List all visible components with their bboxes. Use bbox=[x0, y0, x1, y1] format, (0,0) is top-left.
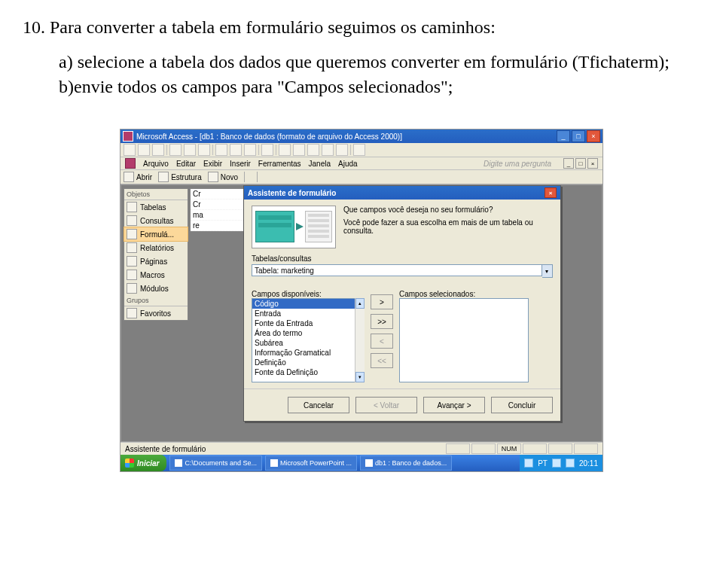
links-icon[interactable] bbox=[279, 144, 291, 156]
list-item[interactable]: Entrada bbox=[252, 309, 358, 318]
new-icon[interactable] bbox=[124, 144, 136, 156]
wizard-close-button[interactable]: × bbox=[545, 187, 557, 198]
copy-icon[interactable] bbox=[230, 144, 242, 156]
task-label: Microsoft PowerPoint ... bbox=[280, 459, 352, 467]
menu-ajuda[interactable]: Ajuda bbox=[338, 160, 358, 168]
next-button[interactable]: Avançar > bbox=[423, 397, 485, 413]
status-cell bbox=[471, 443, 496, 454]
separator bbox=[244, 172, 245, 182]
list-item[interactable]: Código bbox=[252, 299, 358, 309]
doc-point-b: b)envie todos os campos para "Campos sel… bbox=[59, 75, 700, 99]
menu-exibir[interactable]: Exibir bbox=[203, 160, 222, 168]
scroll-down-button[interactable]: ▾ bbox=[355, 372, 365, 382]
list-item[interactable]: Cr bbox=[191, 200, 243, 210]
selected-fields-label: Campos selecionados: bbox=[399, 290, 553, 298]
nav-consultas[interactable]: Consultas bbox=[124, 214, 188, 227]
list-item[interactable]: Subárea bbox=[252, 338, 358, 348]
taskbar-task[interactable]: Microsoft PowerPoint ... bbox=[265, 455, 357, 471]
folder-icon bbox=[175, 459, 182, 467]
maximize-button[interactable]: □ bbox=[572, 130, 585, 142]
scroll-up-button[interactable]: ▴ bbox=[355, 298, 365, 309]
close-button[interactable]: × bbox=[587, 130, 600, 142]
open-label: Abrir bbox=[136, 173, 152, 181]
tray-icon[interactable] bbox=[524, 459, 533, 468]
selected-fields-list[interactable] bbox=[399, 298, 529, 382]
tray-icon[interactable] bbox=[552, 459, 561, 468]
tray-language[interactable]: PT bbox=[538, 459, 548, 468]
combo-dropdown-button[interactable]: ▾ bbox=[542, 264, 553, 278]
menu-inserir[interactable]: Inserir bbox=[230, 160, 251, 168]
nav-formularios[interactable]: Formulá... bbox=[124, 227, 188, 242]
design-icon bbox=[158, 172, 169, 182]
doc-restore-button[interactable]: □ bbox=[575, 158, 586, 169]
spelling-icon[interactable] bbox=[198, 144, 210, 156]
new-button[interactable]: Novo bbox=[208, 172, 238, 182]
undo-icon[interactable] bbox=[261, 144, 273, 156]
form-wizard-dialog: Assistente de formulário × Que campos vo… bbox=[243, 185, 561, 422]
nav-favoritos[interactable]: Favoritos bbox=[124, 306, 188, 320]
finish-button[interactable]: Concluir bbox=[491, 397, 553, 413]
list-item[interactable]: Cr bbox=[191, 189, 243, 200]
db-toolbar: Abrir Estrutura Novo bbox=[120, 170, 602, 184]
tables-icon bbox=[127, 202, 137, 212]
list-item[interactable]: Fonte da Definição bbox=[252, 367, 358, 377]
add-one-button[interactable]: > bbox=[371, 294, 393, 309]
tray-icon[interactable] bbox=[566, 459, 575, 468]
nav-macros[interactable]: Macros bbox=[124, 268, 188, 282]
scrollbar[interactable]: ▴ ▾ bbox=[355, 298, 365, 382]
mdi-workspace: Objetos Tabelas Consultas Formulá... Rel… bbox=[120, 184, 602, 442]
cut-icon[interactable] bbox=[215, 144, 227, 156]
print-icon[interactable] bbox=[169, 144, 182, 156]
new-label: Novo bbox=[221, 173, 238, 181]
modules-icon bbox=[127, 283, 137, 294]
remove-one-button[interactable]: < bbox=[371, 334, 393, 349]
props-icon[interactable] bbox=[322, 144, 334, 156]
preview-icon[interactable] bbox=[184, 144, 196, 156]
doc-minimize-button[interactable]: _ bbox=[563, 158, 574, 169]
add-all-button[interactable]: >> bbox=[371, 314, 393, 329]
reports-icon bbox=[127, 242, 137, 253]
paste-icon[interactable] bbox=[244, 144, 256, 156]
remove-all-button[interactable]: << bbox=[371, 353, 393, 368]
taskbar-task[interactable]: db1 : Banco de dados... bbox=[360, 455, 452, 471]
list-item[interactable]: Área do termo bbox=[252, 328, 358, 338]
open-icon[interactable] bbox=[138, 144, 150, 156]
nav-label: Tabelas bbox=[140, 203, 166, 212]
database-window: Objetos Tabelas Consultas Formulá... Rel… bbox=[124, 188, 188, 321]
window-title: Microsoft Access - [db1 : Banco de dados… bbox=[136, 133, 402, 141]
menu-arquivo[interactable]: Arquivo bbox=[143, 160, 169, 168]
nav-label: Formulá... bbox=[140, 230, 174, 239]
list-item[interactable]: Informação Gramatical bbox=[252, 348, 358, 358]
nav-paginas[interactable]: Páginas bbox=[124, 254, 188, 268]
tables-queries-combo[interactable] bbox=[252, 264, 542, 276]
analyze-icon[interactable] bbox=[293, 144, 305, 156]
separator bbox=[212, 145, 213, 155]
menu-janela[interactable]: Janela bbox=[309, 160, 331, 168]
cancel-button[interactable]: Cancelar bbox=[288, 397, 349, 413]
ask-a-question[interactable]: Digite uma pergunta bbox=[484, 160, 551, 168]
doc-close-button[interactable]: × bbox=[587, 158, 598, 169]
menu-ferramentas[interactable]: Ferramentas bbox=[258, 160, 301, 168]
relations-icon[interactable] bbox=[336, 144, 348, 156]
open-button[interactable]: Abrir bbox=[124, 172, 152, 182]
taskbar-task[interactable]: C:\Documents and Se... bbox=[169, 455, 262, 471]
list-item[interactable]: Fonte da Entrada bbox=[252, 318, 358, 328]
code-icon[interactable] bbox=[307, 144, 319, 156]
start-button[interactable]: Iniciar bbox=[120, 455, 166, 471]
list-item[interactable]: re bbox=[191, 221, 243, 231]
windows-logo-icon bbox=[125, 459, 134, 468]
menu-editar[interactable]: Editar bbox=[176, 160, 196, 168]
available-fields-list[interactable]: Código Entrada Fonte da Entrada Área do … bbox=[252, 298, 358, 382]
access-screenshot: Microsoft Access - [db1 : Banco de dados… bbox=[120, 129, 603, 472]
list-item[interactable]: Definição bbox=[252, 358, 358, 367]
nav-tabelas[interactable]: Tabelas bbox=[124, 200, 188, 214]
help-icon[interactable] bbox=[353, 144, 365, 156]
save-icon[interactable] bbox=[152, 144, 164, 156]
design-button[interactable]: Estrutura bbox=[158, 172, 202, 182]
list-item[interactable]: ma bbox=[191, 210, 243, 221]
back-button[interactable]: < Voltar bbox=[355, 397, 417, 413]
nav-modulos[interactable]: Módulos bbox=[124, 282, 188, 295]
nav-label: Consultas bbox=[140, 217, 173, 225]
nav-relatorios[interactable]: Relatórios bbox=[124, 241, 188, 254]
minimize-button[interactable]: _ bbox=[557, 130, 570, 142]
